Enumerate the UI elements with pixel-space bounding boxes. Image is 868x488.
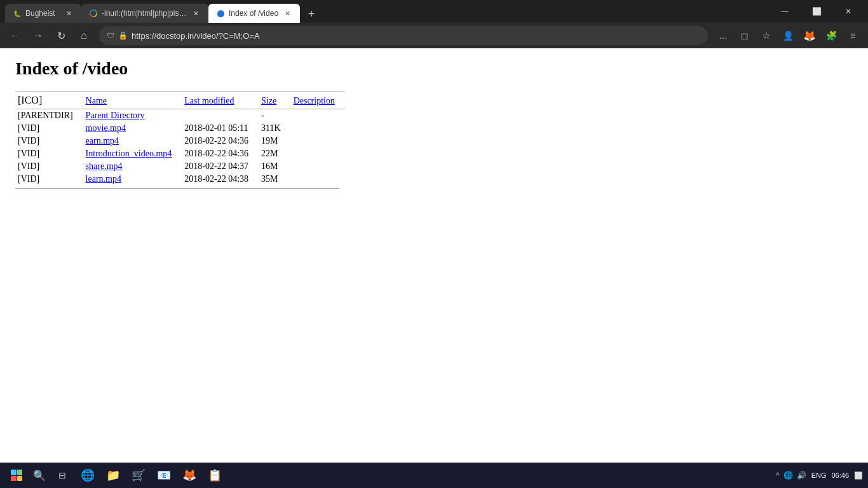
- back-button[interactable]: ←: [5, 25, 25, 46]
- file-name-link[interactable]: Introduction_video.mp4: [86, 149, 172, 158]
- file-ico: [PARENTDIR]: [15, 109, 83, 123]
- col-name: Name: [83, 92, 182, 109]
- tab-favicon-index: 🔵: [216, 9, 225, 18]
- col-modified: Last modified: [182, 92, 259, 109]
- file-description: [291, 173, 345, 187]
- title-bar: 🐛 Bugheist ✕ -inurl:(htm|html|php|pls|tx…: [0, 0, 868, 23]
- file-size: 35M: [259, 173, 291, 187]
- name-header-link[interactable]: Name: [86, 96, 107, 105]
- lock-icon: 🔒: [118, 31, 128, 40]
- pocket-button[interactable]: ◻: [735, 25, 755, 46]
- tab-search[interactable]: -inurl:(htm|html|php|pls|txt) in ✕: [81, 4, 208, 23]
- table-row: [VID]movie.mp42018-02-01 05:11311K: [15, 122, 345, 135]
- file-name-link[interactable]: movie.mp4: [86, 123, 126, 133]
- col-description: Description: [291, 92, 345, 109]
- file-size: -: [259, 109, 291, 123]
- window-controls: — ⬜ ✕: [770, 2, 863, 21]
- description-header-link[interactable]: Description: [294, 96, 335, 105]
- toolbar-right: … ◻ ☆ 👤 🦊 🧩 ≡: [713, 25, 863, 46]
- page-content: Index of /video [ICO] Name Last modified…: [0, 48, 868, 463]
- file-description: [291, 122, 345, 135]
- page-title: Index of /video: [15, 58, 853, 79]
- file-name: Introduction_video.mp4: [83, 147, 182, 160]
- file-size: 19M: [259, 135, 291, 147]
- table-row: [VID]earn.mp42018-02-22 04:3619M: [15, 135, 345, 147]
- file-modified: [182, 109, 259, 123]
- file-description: [291, 160, 345, 173]
- file-ico: [VID]: [15, 160, 83, 173]
- file-name-link[interactable]: share.mp4: [86, 161, 123, 171]
- tab-title-bugheist: Bugheist: [25, 9, 60, 18]
- table-row: [VID]learn.mp42018-02-22 04:3835M: [15, 173, 345, 187]
- col-size: Size: [259, 92, 291, 109]
- profile-button[interactable]: 👤: [778, 25, 798, 46]
- file-name-link[interactable]: learn.mp4: [86, 174, 121, 184]
- address-bar-container[interactable]: 🛡 🔒: [99, 26, 708, 45]
- address-bar[interactable]: [132, 31, 700, 41]
- home-button[interactable]: ⌂: [74, 25, 94, 46]
- file-ico: [VID]: [15, 135, 83, 147]
- tab-title-search: -inurl:(htm|html|php|pls|txt) in: [102, 9, 187, 18]
- file-name: Parent Directory: [83, 109, 182, 123]
- minimize-button[interactable]: —: [770, 2, 799, 21]
- table-bottom-rule: [15, 188, 339, 189]
- file-ico: [VID]: [15, 122, 83, 135]
- tab-close-bugheist[interactable]: ✕: [64, 8, 74, 18]
- file-description: [291, 109, 345, 123]
- file-ico: [VID]: [15, 147, 83, 160]
- table-row: [PARENTDIR]Parent Directory-: [15, 109, 345, 123]
- file-name: movie.mp4: [83, 122, 182, 135]
- new-tab-button[interactable]: +: [302, 5, 320, 23]
- file-name-link[interactable]: Parent Directory: [86, 111, 145, 120]
- security-icon: 🛡: [107, 31, 114, 40]
- close-button[interactable]: ✕: [834, 2, 863, 21]
- toolbar: ← → ↻ ⌂ 🛡 🔒 … ◻ ☆ 👤 🦊 🧩 ≡: [0, 23, 868, 48]
- table-header-row: [ICO] Name Last modified Size Descriptio…: [15, 92, 345, 109]
- tab-index-video[interactable]: 🔵 Index of /video ✕: [208, 4, 300, 23]
- maximize-button[interactable]: ⬜: [802, 2, 831, 21]
- file-ico: [VID]: [15, 173, 83, 187]
- file-size: 22M: [259, 147, 291, 160]
- bookmark-button[interactable]: ☆: [756, 25, 776, 46]
- file-modified: 2018-02-22 04:38: [182, 173, 259, 187]
- forward-button[interactable]: →: [28, 25, 48, 46]
- table-row: [VID]share.mp42018-02-22 04:3716M: [15, 160, 345, 173]
- file-size: 311K: [259, 122, 291, 135]
- firefox-sync-icon[interactable]: 🦊: [799, 25, 820, 46]
- more-button[interactable]: …: [713, 25, 733, 46]
- file-description: [291, 147, 345, 160]
- file-name: earn.mp4: [83, 135, 182, 147]
- table-row: [VID]Introduction_video.mp42018-02-22 04…: [15, 147, 345, 160]
- tab-favicon-search: [89, 9, 98, 18]
- tab-bugheist[interactable]: 🐛 Bugheist ✕: [5, 4, 81, 23]
- file-modified: 2018-02-22 04:36: [182, 147, 259, 160]
- size-header-link[interactable]: Size: [261, 96, 276, 105]
- file-table: [ICO] Name Last modified Size Descriptio…: [15, 92, 345, 187]
- modified-header-link[interactable]: Last modified: [184, 96, 234, 105]
- file-modified: 2018-02-01 05:11: [182, 122, 259, 135]
- reload-button[interactable]: ↻: [51, 25, 71, 46]
- file-size: 16M: [259, 160, 291, 173]
- ico-header-label: [ICO]: [18, 95, 42, 105]
- file-name: share.mp4: [83, 160, 182, 173]
- file-name: learn.mp4: [83, 173, 182, 187]
- tab-close-index[interactable]: ✕: [282, 8, 292, 18]
- menu-button[interactable]: ≡: [843, 25, 863, 46]
- tab-title-index: Index of /video: [229, 9, 278, 18]
- tab-favicon-bugheist: 🐛: [13, 9, 22, 18]
- col-ico: [ICO]: [15, 92, 83, 109]
- tab-close-search[interactable]: ✕: [191, 8, 201, 18]
- file-modified: 2018-02-22 04:37: [182, 160, 259, 173]
- file-description: [291, 135, 345, 147]
- extensions-button[interactable]: 🧩: [821, 25, 841, 46]
- tabs-container: 🐛 Bugheist ✕ -inurl:(htm|html|php|pls|tx…: [5, 0, 770, 23]
- file-name-link[interactable]: earn.mp4: [86, 136, 119, 146]
- file-modified: 2018-02-22 04:36: [182, 135, 259, 147]
